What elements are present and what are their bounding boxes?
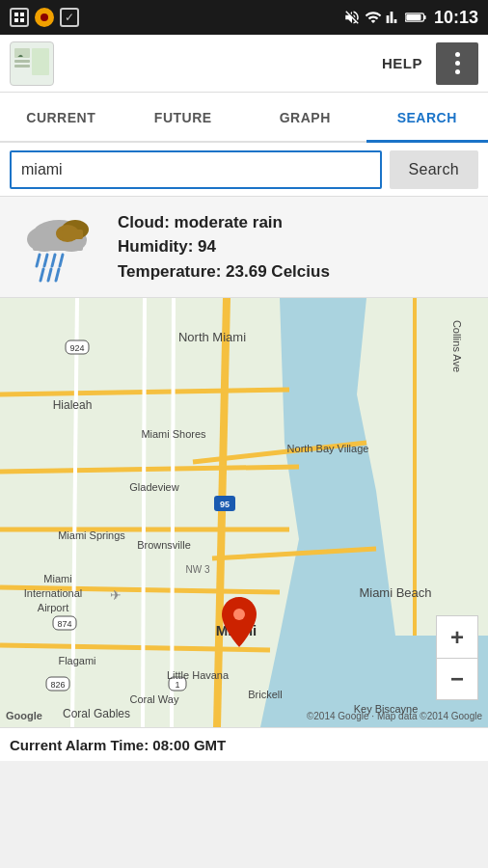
svg-line-25 bbox=[41, 269, 43, 281]
status-icons-right: 10:13 bbox=[343, 8, 478, 28]
search-input[interactable] bbox=[10, 150, 382, 189]
svg-line-26 bbox=[48, 269, 51, 281]
svg-rect-7 bbox=[406, 14, 420, 20]
tab-future[interactable]: FUTURE bbox=[122, 95, 245, 143]
svg-text:North Miami: North Miami bbox=[178, 330, 246, 344]
svg-text:Little Havana: Little Havana bbox=[167, 669, 230, 681]
svg-text:Brownsville: Brownsville bbox=[137, 539, 191, 551]
svg-text:1: 1 bbox=[175, 680, 179, 690]
svg-rect-20 bbox=[62, 230, 83, 239]
svg-line-27 bbox=[56, 269, 59, 281]
search-bar: Search bbox=[0, 143, 488, 197]
map-zoom-controls: + − bbox=[436, 615, 478, 700]
svg-text:Miami Springs: Miami Springs bbox=[58, 529, 125, 541]
map-container[interactable]: 95 924 874 826 1 North Miami Hialeah Mia… bbox=[0, 298, 488, 727]
svg-text:Brickell: Brickell bbox=[248, 689, 282, 700]
svg-rect-6 bbox=[424, 15, 426, 19]
svg-rect-3 bbox=[20, 18, 24, 22]
svg-text:☁: ☁ bbox=[17, 52, 23, 58]
svg-text:826: 826 bbox=[50, 680, 65, 690]
zoom-in-button[interactable]: + bbox=[436, 615, 478, 658]
alarm-time-text: Current Alarm Time: 08:00 GMT bbox=[10, 737, 226, 753]
svg-line-22 bbox=[44, 255, 47, 266]
wifi-icon bbox=[365, 9, 382, 26]
svg-text:Collins Ave: Collins Ave bbox=[451, 320, 463, 372]
map-copyright: ©2014 Google · Map data ©2014 Google bbox=[0, 711, 488, 721]
svg-point-77 bbox=[233, 609, 245, 620]
svg-rect-11 bbox=[14, 65, 30, 68]
svg-line-41 bbox=[172, 298, 174, 727]
tab-search[interactable]: SEARCH bbox=[366, 95, 489, 143]
svg-text:95: 95 bbox=[220, 500, 230, 509]
weather-info: Cloud: moderate rain Humidity: 94 Temper… bbox=[0, 197, 488, 298]
svg-text:Coral Way: Coral Way bbox=[130, 693, 179, 705]
three-dots-icon bbox=[455, 52, 460, 74]
temperature-label: Temperature: 23.69 Celcius bbox=[118, 259, 473, 285]
svg-text:Miami: Miami bbox=[43, 573, 71, 584]
svg-text:Miami Beach: Miami Beach bbox=[359, 585, 431, 600]
app-icon-2 bbox=[35, 8, 54, 27]
map-svg: 95 924 874 826 1 North Miami Hialeah Mia… bbox=[0, 298, 488, 727]
svg-rect-2 bbox=[14, 18, 18, 22]
app-icon-1 bbox=[10, 8, 29, 27]
svg-text:Gladeview: Gladeview bbox=[129, 481, 178, 493]
svg-text:North Bay Village: North Bay Village bbox=[287, 443, 369, 454]
svg-text:Hialeah: Hialeah bbox=[53, 398, 93, 412]
status-bar: ✓ 10:13 bbox=[0, 0, 488, 35]
app-bar: ☁ HELP bbox=[0, 35, 488, 93]
tab-current[interactable]: CURRENT bbox=[0, 95, 122, 143]
svg-text:✈: ✈ bbox=[110, 587, 122, 603]
svg-line-24 bbox=[60, 255, 63, 266]
mute-icon bbox=[343, 9, 361, 26]
svg-text:Flagami: Flagami bbox=[58, 655, 95, 666]
svg-rect-10 bbox=[14, 60, 30, 63]
menu-button[interactable] bbox=[436, 42, 478, 85]
svg-rect-0 bbox=[14, 13, 18, 16]
svg-line-40 bbox=[143, 298, 145, 727]
cloud-label: Cloud: moderate rain bbox=[118, 210, 473, 235]
svg-text:NW 3: NW 3 bbox=[186, 564, 210, 575]
svg-rect-1 bbox=[20, 13, 24, 16]
svg-line-23 bbox=[52, 255, 55, 266]
svg-rect-12 bbox=[32, 48, 49, 75]
svg-line-21 bbox=[37, 255, 40, 266]
weather-icon bbox=[15, 208, 102, 285]
app-logo: ☁ bbox=[10, 41, 54, 86]
svg-point-4 bbox=[41, 14, 48, 21]
svg-text:924: 924 bbox=[69, 343, 84, 353]
humidity-label: Humidity: 94 bbox=[118, 234, 473, 259]
svg-text:Airport: Airport bbox=[38, 602, 68, 613]
weather-text: Cloud: moderate rain Humidity: 94 Temper… bbox=[118, 210, 473, 285]
tab-bar: CURRENT FUTURE GRAPH SEARCH bbox=[0, 93, 488, 143]
rain-cloud-icon bbox=[15, 208, 102, 285]
bottom-bar: Current Alarm Time: 08:00 GMT bbox=[0, 727, 488, 761]
battery-icon bbox=[405, 11, 426, 24]
svg-text:Miami Shores: Miami Shores bbox=[141, 428, 206, 440]
help-button[interactable]: HELP bbox=[368, 47, 436, 79]
app-icon-3: ✓ bbox=[60, 8, 79, 27]
svg-text:874: 874 bbox=[57, 619, 71, 629]
search-button[interactable]: Search bbox=[390, 150, 479, 189]
signal-icon bbox=[386, 9, 401, 26]
status-icons-left: ✓ bbox=[10, 8, 79, 27]
status-time: 10:13 bbox=[434, 8, 478, 28]
tab-graph[interactable]: GRAPH bbox=[244, 95, 366, 143]
zoom-out-button[interactable]: − bbox=[436, 658, 478, 700]
svg-text:International: International bbox=[24, 587, 83, 599]
